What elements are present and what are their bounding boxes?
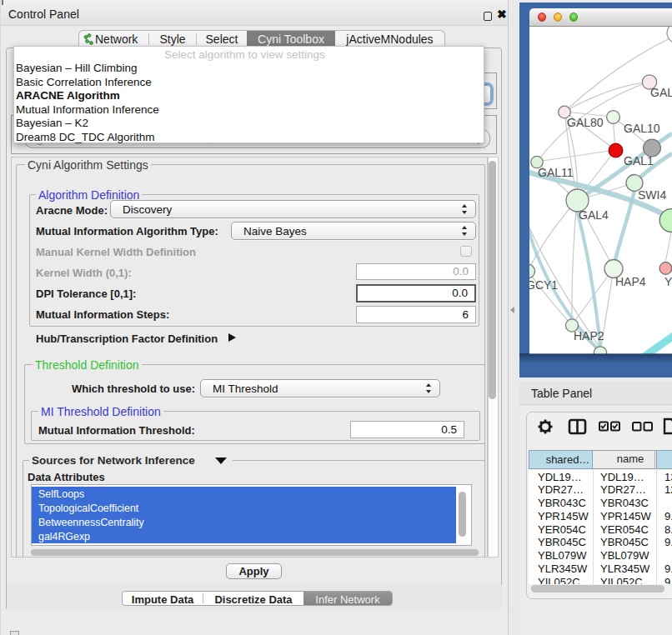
svg-text:GAL1: GAL1 bbox=[624, 154, 654, 168]
svg-text:GAL11: GAL11 bbox=[538, 166, 574, 179]
svg-text:GAL2: GAL2 bbox=[650, 86, 672, 99]
svg-text:SWI4: SWI4 bbox=[638, 188, 666, 202]
svg-text:GAL80: GAL80 bbox=[567, 116, 604, 129]
svg-text:HAP4: HAP4 bbox=[615, 275, 646, 288]
svg-text:YJ: YJ bbox=[664, 275, 672, 288]
svg-text:GCY1: GCY1 bbox=[529, 278, 558, 292]
svg-text:GAL10: GAL10 bbox=[624, 122, 660, 135]
svg-text:GAL4: GAL4 bbox=[579, 208, 609, 222]
svg-text:HAP2: HAP2 bbox=[574, 329, 604, 342]
